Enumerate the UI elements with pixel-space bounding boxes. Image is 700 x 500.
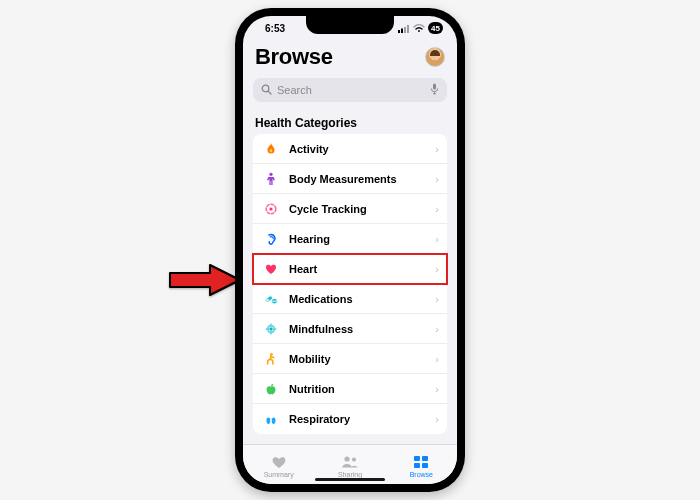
battery-icon: 45 <box>428 22 443 34</box>
status-time: 6:53 <box>265 23 285 34</box>
svg-rect-3 <box>404 27 406 33</box>
ear-icon <box>263 231 279 247</box>
svg-point-26 <box>270 327 273 330</box>
category-mindfulness[interactable]: Mindfulness › <box>253 314 447 344</box>
svg-marker-0 <box>170 265 240 295</box>
profile-avatar[interactable] <box>425 47 445 67</box>
chevron-right-icon: › <box>435 143 439 155</box>
tab-bar: Summary Sharing Browse <box>243 444 457 484</box>
chevron-right-icon: › <box>435 353 439 365</box>
svg-rect-2 <box>401 28 403 33</box>
cellular-icon <box>398 24 410 33</box>
svg-point-5 <box>418 30 420 32</box>
category-label: Hearing <box>289 233 435 245</box>
chevron-right-icon: › <box>435 233 439 245</box>
flame-icon <box>263 141 279 157</box>
category-label: Activity <box>289 143 435 155</box>
category-medications[interactable]: Medications › <box>253 284 447 314</box>
svg-point-13 <box>269 207 272 210</box>
category-nutrition[interactable]: Nutrition › <box>253 374 447 404</box>
svg-rect-1 <box>398 30 400 33</box>
category-label: Body Measurements <box>289 173 435 185</box>
page-title: Browse <box>255 44 333 70</box>
chevron-right-icon: › <box>435 203 439 215</box>
category-label: Cycle Tracking <box>289 203 435 215</box>
tab-label: Summary <box>264 471 294 478</box>
category-hearing[interactable]: Hearing › <box>253 224 447 254</box>
search-field[interactable]: Search <box>253 78 447 102</box>
chevron-right-icon: › <box>435 293 439 305</box>
grid-tab-icon <box>413 454 429 470</box>
category-mobility[interactable]: Mobility › <box>253 344 447 374</box>
chevron-right-icon: › <box>435 413 439 425</box>
svg-rect-31 <box>422 456 428 461</box>
category-heart[interactable]: Heart › <box>253 254 447 284</box>
screen: 6:53 45 Browse <box>243 16 457 484</box>
phone-frame: 6:53 45 Browse <box>235 8 465 492</box>
chevron-right-icon: › <box>435 263 439 275</box>
category-label: Medications <box>289 293 435 305</box>
dictation-icon[interactable] <box>430 83 439 97</box>
body-icon <box>263 171 279 187</box>
pills-icon <box>263 291 279 307</box>
category-respiratory[interactable]: Respiratory › <box>253 404 447 434</box>
svg-rect-8 <box>433 84 436 90</box>
mobility-icon <box>263 351 279 367</box>
tab-label: Browse <box>410 471 433 478</box>
svg-point-29 <box>352 458 356 462</box>
tab-label: Sharing <box>338 471 362 478</box>
tab-browse[interactable]: Browse <box>386 445 457 484</box>
svg-rect-30 <box>414 456 420 461</box>
wifi-icon <box>413 24 425 33</box>
category-cycle-tracking[interactable]: Cycle Tracking › <box>253 194 447 224</box>
search-placeholder: Search <box>277 84 312 96</box>
category-body-measurements[interactable]: Body Measurements › <box>253 164 447 194</box>
heart-tab-icon <box>270 454 288 470</box>
category-label: Nutrition <box>289 383 435 395</box>
svg-point-11 <box>269 172 272 175</box>
large-title-header: Browse <box>243 40 457 74</box>
chevron-right-icon: › <box>435 383 439 395</box>
category-label: Heart <box>289 263 435 275</box>
section-header: Health Categories <box>243 110 457 134</box>
svg-rect-4 <box>407 25 409 33</box>
callout-arrow <box>164 260 244 300</box>
heart-icon <box>263 261 279 277</box>
mindfulness-icon <box>263 321 279 337</box>
category-label: Mindfulness <box>289 323 435 335</box>
tab-summary[interactable]: Summary <box>243 445 314 484</box>
category-label: Respiratory <box>289 413 435 425</box>
svg-rect-33 <box>422 463 428 468</box>
health-categories-list: Activity › Body Measurements › Cycle Tra… <box>253 134 447 434</box>
category-label: Mobility <box>289 353 435 365</box>
notch <box>306 16 394 34</box>
apple-icon <box>263 381 279 397</box>
svg-point-28 <box>344 456 349 461</box>
cycle-icon <box>263 201 279 217</box>
search-icon <box>261 84 272 97</box>
chevron-right-icon: › <box>435 323 439 335</box>
svg-rect-32 <box>414 463 420 468</box>
category-activity[interactable]: Activity › <box>253 134 447 164</box>
chevron-right-icon: › <box>435 173 439 185</box>
home-indicator <box>315 478 385 481</box>
lungs-icon <box>263 411 279 427</box>
svg-line-7 <box>268 91 271 94</box>
people-tab-icon <box>340 454 360 470</box>
battery-level: 45 <box>431 24 440 33</box>
